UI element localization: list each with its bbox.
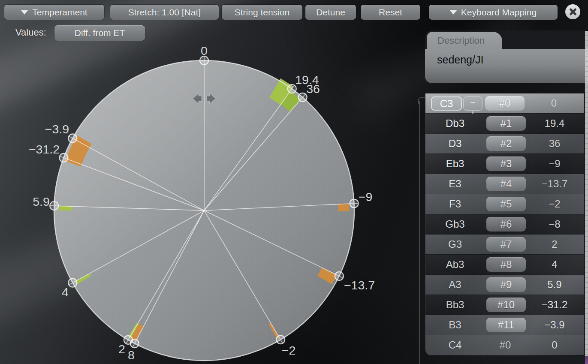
chevron-down-icon bbox=[450, 10, 457, 15]
minus-plus-button[interactable]: − + bbox=[463, 96, 482, 111]
circle-value-label-C3: 0 bbox=[201, 44, 208, 57]
values-mode-label: Diff. from ET bbox=[75, 28, 125, 38]
stretch-button[interactable]: Stretch: 1.00 [Nat] bbox=[110, 5, 219, 20]
stretch-label: Stretch: 1.00 [Nat] bbox=[128, 7, 201, 18]
note-handle-Ab3[interactable] bbox=[68, 279, 77, 287]
table-row-Gb3[interactable]: Gb3#6−8 bbox=[425, 214, 584, 234]
table-row-Eb3[interactable]: Eb3#3−9 bbox=[425, 154, 584, 174]
note-label-B3: B3 bbox=[425, 319, 485, 331]
deviation-value-Eb3: −9 bbox=[526, 158, 584, 170]
note-label-Eb3: Eb3 bbox=[425, 158, 485, 170]
deviation-wedge-A3 bbox=[59, 206, 72, 211]
note-handle-D3[interactable] bbox=[299, 93, 307, 102]
deviation-value-B3: −3.9 bbox=[526, 319, 584, 331]
table-row-Bb3[interactable]: Bb3#10−31.2 bbox=[425, 295, 584, 315]
index-button-C3[interactable]: #0 bbox=[485, 96, 525, 111]
note-handle-F3[interactable] bbox=[276, 335, 285, 344]
note-label-Db3: Db3 bbox=[425, 117, 485, 129]
note-button-C3[interactable]: C3 bbox=[431, 96, 462, 111]
string-tension-button[interactable]: String tension bbox=[222, 5, 302, 20]
deviation-value-G3: 2 bbox=[526, 238, 584, 250]
chevron-down-icon bbox=[21, 10, 28, 15]
circle-value-label-Eb3: −9 bbox=[359, 190, 373, 204]
note-label-C4: C4 bbox=[425, 339, 485, 351]
circle-value-label-G3: 2 bbox=[118, 342, 125, 356]
temperament-button[interactable]: Temperament bbox=[4, 5, 104, 20]
index-button-A3[interactable]: #9 bbox=[486, 277, 526, 292]
description-tab: Description bbox=[427, 32, 502, 49]
deviation-value-D3: 36 bbox=[526, 138, 584, 150]
values-mode-button[interactable]: Diff. from ET bbox=[54, 25, 145, 41]
index-button-B3[interactable]: #11 bbox=[486, 318, 526, 332]
index-button-E3[interactable]: #4 bbox=[486, 177, 526, 191]
table-row-F3[interactable]: F3#5−2 bbox=[425, 194, 584, 214]
table-row-Ab3[interactable]: Ab3#84 bbox=[425, 255, 584, 274]
note-label-D3: D3 bbox=[425, 138, 485, 150]
temperament-label: Temperament bbox=[32, 7, 87, 18]
table-row-B3[interactable]: B3#11−3.9 bbox=[425, 315, 584, 335]
deviation-value-Bb3: −31.2 bbox=[526, 299, 584, 311]
note-label-A3: A3 bbox=[425, 279, 485, 291]
index-button-Bb3[interactable]: #10 bbox=[486, 298, 526, 312]
deviation-value-Ab3: 4 bbox=[526, 259, 584, 271]
right-edge-panel-sliver bbox=[585, 31, 588, 356]
table-row-D3[interactable]: D3#236 bbox=[425, 134, 584, 153]
circle-value-label-Gb3: 8 bbox=[128, 348, 135, 362]
keyboard-mapping-button[interactable]: Keyboard Mapping bbox=[429, 5, 558, 20]
deviation-wedge-Eb3 bbox=[338, 204, 349, 211]
panel-edge-line bbox=[419, 101, 420, 364]
circle-value-label-D3: 36 bbox=[306, 82, 320, 96]
deviation-value-F3: −2 bbox=[526, 198, 584, 210]
note-label-Gb3: Gb3 bbox=[425, 218, 485, 230]
keyboard-mapping-table: C3− +#00Db3#119.4D3#236Eb3#3−9E3#4−13.7F… bbox=[425, 93, 584, 356]
note-label-Ab3: Ab3 bbox=[425, 259, 485, 271]
circle-value-label-F3: −2 bbox=[282, 343, 296, 357]
reset-label: Reset bbox=[379, 7, 402, 18]
note-label-Bb3: Bb3 bbox=[425, 299, 485, 311]
note-handle-B3[interactable] bbox=[68, 134, 77, 142]
deviation-value-E3: −13.7 bbox=[526, 178, 584, 190]
index-button-D3[interactable]: #2 bbox=[486, 136, 526, 151]
deviation-value-A3: 5.9 bbox=[526, 279, 584, 291]
circle-value-label-A3: 5.9 bbox=[33, 195, 50, 208]
circle-value-label-Bb3: −31.2 bbox=[29, 142, 60, 156]
note-handle-A3[interactable] bbox=[50, 202, 58, 210]
note-label-E3: E3 bbox=[425, 178, 485, 190]
note-handle-Bb3[interactable] bbox=[59, 153, 68, 162]
detune-button[interactable]: Detune bbox=[305, 5, 356, 20]
note-handle-C3[interactable] bbox=[200, 56, 208, 65]
index-button-Ab3[interactable]: #8 bbox=[486, 257, 526, 272]
table-row-G3[interactable]: G3#72 bbox=[425, 235, 584, 254]
index-label-C4: #0 bbox=[485, 339, 526, 351]
circle-value-label-B3: −3.9 bbox=[45, 122, 69, 136]
reset-button[interactable]: Reset bbox=[361, 5, 420, 20]
table-row-C4[interactable]: C4#00 bbox=[425, 335, 584, 355]
table-row-A3[interactable]: A3#95.9 bbox=[425, 275, 584, 295]
table-row-C3[interactable]: C3− +#00 bbox=[425, 93, 584, 113]
deviation-value-C3: 0 bbox=[525, 97, 584, 109]
string-tension-label: String tension bbox=[235, 7, 289, 18]
deviation-value-Db3: 19.4 bbox=[526, 117, 584, 129]
detune-label: Detune bbox=[316, 7, 345, 18]
index-button-Gb3[interactable]: #6 bbox=[486, 217, 526, 232]
description-panel: Description sedeng/JI bbox=[425, 30, 588, 83]
close-button[interactable] bbox=[565, 4, 580, 19]
description-text[interactable]: sedeng/JI bbox=[425, 49, 588, 83]
index-button-G3[interactable]: #7 bbox=[486, 237, 526, 252]
keyboard-mapping-label: Keyboard Mapping bbox=[461, 7, 537, 18]
index-button-Eb3[interactable]: #3 bbox=[486, 156, 526, 171]
note-label-G3: G3 bbox=[425, 238, 485, 250]
table-row-E3[interactable]: E3#4−13.7 bbox=[425, 174, 584, 194]
deviation-value-C4: 0 bbox=[526, 339, 584, 351]
note-label-F3: F3 bbox=[425, 198, 485, 210]
table-row-Db3[interactable]: Db3#119.4 bbox=[425, 114, 584, 133]
right-edge-purple-sliver bbox=[585, 356, 588, 364]
tuning-circle-svg: 019.436−9−13.7−28245.9−31.2−3.9 bbox=[0, 0, 425, 364]
index-button-F3[interactable]: #5 bbox=[486, 197, 526, 211]
note-handle-E3[interactable] bbox=[335, 272, 344, 280]
circle-value-label-Ab3: 4 bbox=[62, 285, 69, 299]
note-handle-Eb3[interactable] bbox=[350, 199, 359, 208]
index-button-Db3[interactable]: #1 bbox=[486, 116, 526, 131]
values-label: Values: bbox=[15, 27, 46, 38]
circle-value-label-E3: −13.7 bbox=[344, 278, 375, 292]
